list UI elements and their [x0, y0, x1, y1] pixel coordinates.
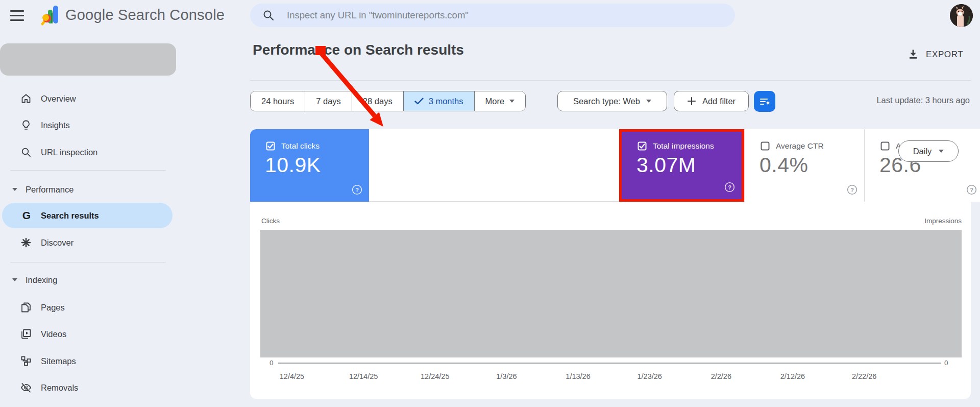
last-update-text: Last update: 3 hours ago: [876, 95, 970, 105]
help-icon[interactable]: ?: [352, 184, 362, 195]
chevron-down-icon: [939, 150, 944, 153]
chevron-down-icon: [12, 278, 17, 281]
metric-card-total-clicks[interactable]: Total clicks 10.9K ?: [250, 129, 369, 202]
sitemap-icon: [20, 355, 32, 367]
sidebar-item-insights[interactable]: Insights: [0, 112, 176, 138]
date-range-tabs: 24 hours 7 days 28 days 3 months More: [250, 91, 526, 111]
range-24-hours[interactable]: 24 hours: [251, 91, 305, 111]
eye-off-icon: [20, 381, 32, 394]
sidebar-section-indexing[interactable]: Indexing: [0, 269, 176, 291]
search-input[interactable]: [287, 10, 716, 21]
x-axis-tick: 12/24/25: [421, 372, 449, 380]
sidebar-item-label: Sitemaps: [41, 356, 76, 366]
x-axis-tick: 2/2/26: [711, 372, 731, 380]
compare-filter-button[interactable]: [754, 91, 775, 112]
google-g-icon: G: [20, 209, 33, 222]
average-ctr-checkbox[interactable]: Average CTR: [761, 141, 824, 151]
range-7-days[interactable]: 7 days: [305, 91, 352, 111]
svg-text:?: ?: [850, 187, 854, 193]
sidebar-item-removals[interactable]: Removals: [0, 375, 176, 400]
add-filter-button[interactable]: Add filter: [674, 91, 749, 111]
left-axis-label: Clicks: [261, 217, 280, 225]
granularity-dropdown[interactable]: Daily: [898, 140, 959, 162]
search-console-logo-icon: [39, 3, 62, 27]
svg-text:?: ?: [355, 187, 359, 193]
property-selector-redacted[interactable]: [0, 43, 176, 76]
sidebar-item-url-inspection[interactable]: URL inspection: [0, 139, 176, 165]
sidebar-divider: [10, 170, 166, 171]
x-axis-tick: 12/14/25: [349, 372, 378, 380]
chevron-down-icon: [509, 100, 514, 103]
chevron-down-icon: [12, 188, 17, 191]
svg-text:?: ?: [728, 184, 731, 190]
filter-row: 24 hours 7 days 28 days 3 months More Se…: [0, 91, 980, 111]
metric-value: 10.9K: [265, 153, 321, 177]
checkbox-checked-icon: [638, 141, 647, 151]
metric-card-average-ctr[interactable]: Average CTR 0.4% ?: [744, 129, 864, 202]
total-impressions-checkbox[interactable]: Total impressions: [638, 141, 714, 151]
sidebar-item-sitemaps[interactable]: Sitemaps: [0, 348, 176, 374]
sidebar-divider: [10, 262, 166, 262]
help-icon[interactable]: ?: [966, 184, 977, 195]
search-type-label: Search type: Web: [573, 97, 640, 106]
url-inspect-searchbar[interactable]: [250, 4, 735, 27]
x-axis-tick: 1/3/26: [496, 372, 517, 380]
x-axis-line: [278, 363, 941, 364]
x-axis-tick: 2/12/26: [780, 372, 805, 380]
x-axis-tick: 2/22/26: [852, 372, 876, 380]
export-button[interactable]: EXPORT: [908, 49, 963, 61]
annotation-arrowhead: [370, 112, 383, 127]
section-label: Indexing: [26, 275, 57, 285]
sidebar-item-label: Removals: [41, 383, 78, 393]
x-axis-tick: 1/23/26: [637, 372, 662, 380]
help-icon[interactable]: ?: [847, 184, 857, 195]
right-axis-label: Impressions: [924, 217, 962, 225]
x-axis-tick: 12/4/25: [280, 372, 304, 380]
granularity-label: Daily: [913, 147, 932, 156]
sidebar-item-label: Pages: [41, 303, 65, 313]
pages-icon: [20, 301, 32, 314]
sidebar-item-label: Videos: [41, 329, 66, 339]
range-3-months-selected[interactable]: 3 months: [403, 91, 474, 111]
y-axis-tick-right: 0: [944, 359, 948, 367]
check-icon: [414, 98, 424, 105]
range-more-dropdown[interactable]: More: [474, 91, 526, 111]
sidebar-section-performance[interactable]: Performance: [0, 178, 176, 201]
sidebar-item-label: Insights: [41, 121, 70, 130]
app-title: Google Search Console: [65, 7, 225, 23]
search-type-dropdown[interactable]: Search type: Web: [557, 91, 667, 111]
search-icon: [262, 9, 275, 21]
metric-cards-row: Total clicks 10.9K ? Total impressions 3…: [250, 129, 971, 202]
sidebar-item-videos[interactable]: Videos: [0, 321, 176, 347]
section-label: Performance: [26, 185, 74, 195]
sidebar-item-search-results[interactable]: G Search results: [2, 203, 173, 228]
page-title: Performance on Search results: [253, 42, 464, 58]
video-pages-icon: [20, 328, 32, 340]
filter-sparkle-icon: [758, 95, 771, 108]
chart-plot-placeholder: [260, 230, 962, 357]
sidebar-item-pages[interactable]: Pages: [0, 295, 176, 320]
chevron-down-icon: [646, 100, 651, 103]
export-label: EXPORT: [926, 50, 963, 60]
performance-chart: Clicks Impressions 0 0 12/4/2512/14/2512…: [250, 202, 971, 399]
add-filter-label: Add filter: [702, 97, 736, 106]
metric-label: Total clicks: [281, 141, 320, 151]
y-axis-tick-left: 0: [270, 359, 274, 367]
svg-text:?: ?: [970, 187, 973, 193]
x-axis-ticks: 12/4/2512/14/2512/24/251/3/261/13/261/23…: [250, 372, 971, 382]
range-28-days[interactable]: 28 days: [352, 91, 403, 111]
checkbox-unchecked-icon: [761, 141, 770, 151]
checkbox-checked-icon: [266, 141, 275, 151]
sidebar-item-discover[interactable]: Discover: [0, 230, 176, 255]
plus-icon: [687, 97, 696, 106]
help-icon[interactable]: ?: [724, 182, 735, 193]
checkbox-unchecked-icon: [880, 141, 890, 151]
sidebar-item-label: Search results: [41, 211, 99, 221]
total-clicks-checkbox[interactable]: Total clicks: [266, 141, 320, 151]
hamburger-menu-icon[interactable]: [8, 6, 28, 25]
avatar[interactable]: [950, 4, 973, 27]
download-icon: [908, 49, 919, 61]
lightbulb-icon: [20, 119, 32, 131]
top-app-bar: Google Search Console ?: [0, 0, 980, 31]
metric-card-total-impressions-highlighted[interactable]: Total impressions 3.07M ?: [619, 129, 744, 202]
